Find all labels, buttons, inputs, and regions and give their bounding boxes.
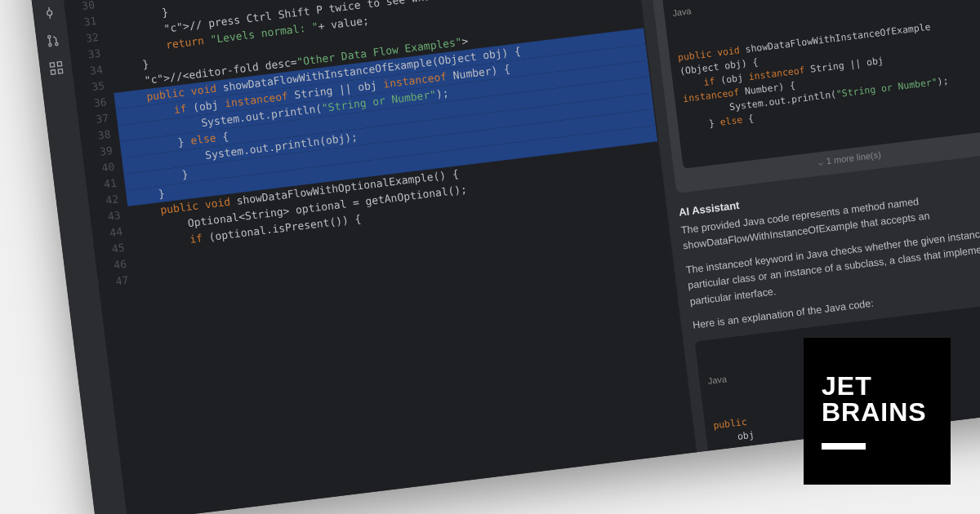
user-message: Me Explain the following Java code: Java…: [644, 0, 980, 193]
code-content[interactable]: System.out.println("Special value"); } "…: [101, 0, 696, 514]
commit-tool-icon[interactable]: [41, 5, 57, 21]
logo-line1: JET: [822, 373, 933, 399]
svg-point-5: [48, 43, 51, 47]
code-lang-label: Java: [671, 0, 980, 20]
svg-point-6: [55, 42, 58, 46]
svg-point-4: [47, 35, 51, 38]
svg-rect-9: [51, 70, 56, 75]
logo-line2: BRAINS: [822, 399, 933, 425]
code-editor[interactable]: 30 31 32 33 34 35 36 37 38 39 40 41 42 4…: [64, 0, 696, 514]
jetbrains-logo: JET BRAINS: [804, 338, 951, 485]
logo-bar: [822, 443, 866, 450]
structure-tool-icon[interactable]: [47, 60, 64, 76]
svg-rect-7: [50, 63, 55, 68]
svg-rect-8: [57, 62, 62, 67]
svg-rect-10: [58, 69, 63, 74]
pull-request-icon[interactable]: [44, 33, 60, 49]
svg-point-3: [47, 11, 52, 16]
editor-area: DataFlowAnalysis.java × ⋮ 30 31 32 33 34…: [60, 0, 696, 514]
user-code-content: public void showDataFlowWithInstanceOfEx…: [677, 12, 980, 133]
